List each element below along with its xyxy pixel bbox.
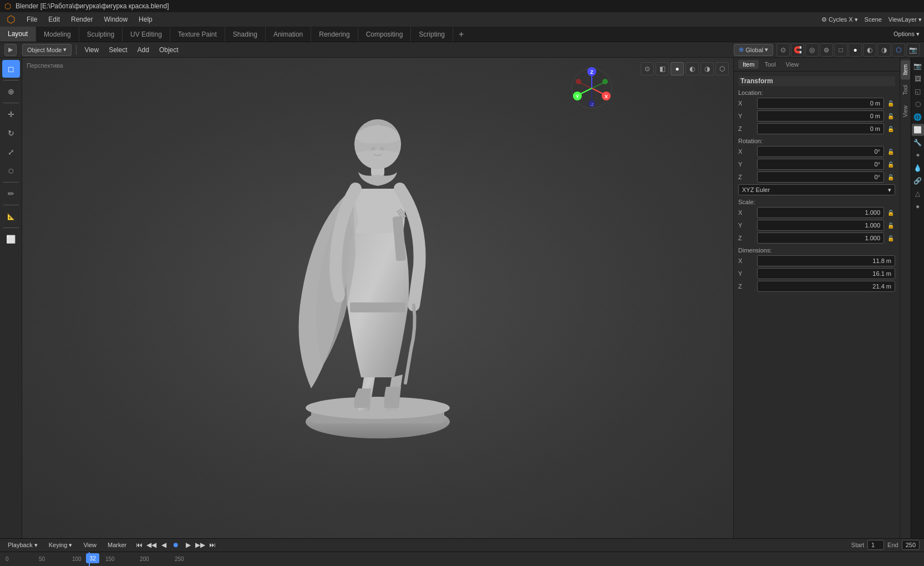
jump-to-end-btn[interactable]: ⏭ [207,540,217,550]
dimensions-y-value[interactable]: 16.1 m [757,268,895,279]
view-layer-properties-icon[interactable]: ◱ [912,85,924,98]
location-x-value[interactable]: 0 m [757,98,884,109]
navigation-gizmo[interactable]: Z -Z X [570,66,614,110]
window-menu[interactable]: Window [99,14,132,24]
shading-lookdev-btn[interactable]: ◐ [686,62,699,75]
tab-shading[interactable]: Shading [225,27,266,42]
add-cube-tool[interactable]: ⬜ [2,230,20,248]
add-workspace-button[interactable]: + [453,27,469,42]
frame-start-input[interactable]: 1 [867,540,884,550]
sidebar-tab-view[interactable]: View [781,60,804,69]
rotation-y-lock[interactable]: 🔓 [886,160,895,169]
material-properties-icon[interactable]: ● [912,200,924,213]
edge-tab-item[interactable]: Item [901,60,910,79]
data-properties-icon[interactable]: △ [912,188,924,200]
tab-sculpting[interactable]: Sculpting [79,27,123,42]
shading-solid-icon[interactable]: ● [849,43,862,57]
annotate-tool[interactable]: ✏ [2,185,20,203]
rotation-y-value[interactable]: 0° [757,159,884,170]
rotation-z-lock[interactable]: 🔓 [886,173,895,181]
view-menu[interactable]: View [81,45,102,55]
sidebar-tab-tool[interactable]: Tool [760,60,780,69]
shading-rendered-icon[interactable]: ◐ [863,43,876,57]
world-properties-icon[interactable]: 🌐 [912,111,924,123]
next-keyframe-btn[interactable]: ▶▶ [195,540,205,550]
tab-texture-paint[interactable]: Texture Paint [170,27,225,42]
add-menu[interactable]: Add [134,45,153,55]
toggle-overlays-icon[interactable]: ⊙ [641,62,654,75]
select-menu[interactable]: Select [105,45,130,55]
location-z-value[interactable]: 0 m [757,123,884,134]
dimensions-z-value[interactable]: 21.4 m [757,281,895,292]
tab-modeling[interactable]: Modeling [36,27,79,42]
edge-tab-view[interactable]: View [901,101,910,122]
timeline-ruler[interactable]: 0 50 100 150 200 250 32 [0,552,924,566]
physics-properties-icon[interactable]: 💧 [912,162,924,174]
transform-tool[interactable]: ⬡ [2,162,20,180]
scale-x-value[interactable]: 1.000 [757,207,884,218]
next-frame-btn[interactable]: ▶ [183,540,193,550]
object-menu[interactable]: Object [156,45,182,55]
prev-frame-btn[interactable]: ◀ [159,540,169,550]
particles-properties-icon[interactable]: ✦ [912,149,924,161]
shading-wireframe-icon[interactable]: ⬡ [892,43,905,57]
scene-selector[interactable]: Scene [865,16,882,23]
keying-dropdown[interactable]: Keying ▾ [45,540,76,550]
viewport-3d[interactable]: Z -Z X [22,58,733,538]
transform-pivot-icon[interactable]: ⊙ [776,43,790,57]
timeline-scrubber[interactable] [89,552,90,566]
tab-animation[interactable]: Animation [266,27,311,42]
edit-menu[interactable]: Edit [44,14,64,24]
help-menu[interactable]: Help [134,14,157,24]
tab-compositing[interactable]: Compositing [358,27,412,42]
play-pause-btn[interactable]: ⏺ [171,540,181,550]
rotation-x-lock[interactable]: 🔓 [886,147,895,156]
rotation-z-value[interactable]: 0° [757,171,884,183]
rotation-mode-dropdown[interactable]: XYZ Euler ▾ [738,184,895,195]
view-dropdown[interactable]: View [80,540,100,549]
output-properties-icon[interactable]: 🖼 [912,73,924,85]
location-z-lock[interactable]: 🔓 [886,124,895,133]
move-tool[interactable]: ✛ [2,105,20,123]
scale-tool[interactable]: ⤢ [2,143,20,161]
tab-rendering[interactable]: Rendering [311,27,358,42]
view-layer[interactable]: ViewLayer ▾ [889,16,922,23]
cursor-tool[interactable]: ⊕ [2,83,20,100]
camera-icon[interactable]: 📷 [906,43,920,57]
select-box-tool[interactable]: ◻ [2,60,20,78]
toggle-xray-icon[interactable]: ◧ [656,62,669,75]
scale-z-value[interactable]: 1.000 [757,233,884,244]
frame-end-input[interactable]: 250 [902,540,920,550]
engine-dropdown[interactable]: ⚙ Cycles X ▾ [821,16,858,23]
shading-solid-btn[interactable]: ● [671,62,684,75]
object-mode-dropdown[interactable]: Object Mode ▾ [22,44,72,56]
jump-to-start-btn[interactable]: ⏮ [134,540,144,550]
tab-uv-editing[interactable]: UV Editing [123,27,170,42]
location-x-lock[interactable]: 🔓 [886,99,895,108]
prev-keyframe-btn[interactable]: ◀◀ [146,540,156,550]
shading-rendered-btn[interactable]: ◑ [700,62,714,75]
dimensions-x-value[interactable]: 11.8 m [757,255,895,266]
options-button[interactable]: Options ▾ [893,31,920,38]
transform-origin-dropdown[interactable]: ⊕ Global ▾ [734,44,773,56]
rotate-tool[interactable]: ↻ [2,124,20,142]
xray-icon[interactable]: □ [834,43,847,57]
tab-layout[interactable]: Layout [0,27,36,42]
location-y-value[interactable]: 0 m [757,110,884,122]
shading-material-icon[interactable]: ◑ [877,43,891,57]
marker-dropdown[interactable]: Marker [104,540,130,549]
modifier-properties-icon[interactable]: 🔧 [912,137,924,149]
blender-icon[interactable]: ⬡ [2,12,20,27]
render-properties-icon[interactable]: 📷 [912,60,924,72]
proportional-edit-icon[interactable]: ◎ [805,43,819,57]
current-frame-indicator[interactable]: 32 [86,553,99,563]
scale-x-lock[interactable]: 🔓 [886,208,895,217]
rotation-x-value[interactable]: 0° [757,146,884,157]
scale-y-value[interactable]: 1.000 [757,220,884,231]
measure-tool[interactable]: 📐 [2,208,20,225]
snapping-icon[interactable]: 🧲 [791,43,804,57]
scene-properties-icon[interactable]: ⬡ [912,98,924,110]
tab-scripting[interactable]: Scripting [411,27,453,42]
scale-z-lock[interactable]: 🔓 [886,234,895,242]
file-menu[interactable]: File [22,14,42,24]
